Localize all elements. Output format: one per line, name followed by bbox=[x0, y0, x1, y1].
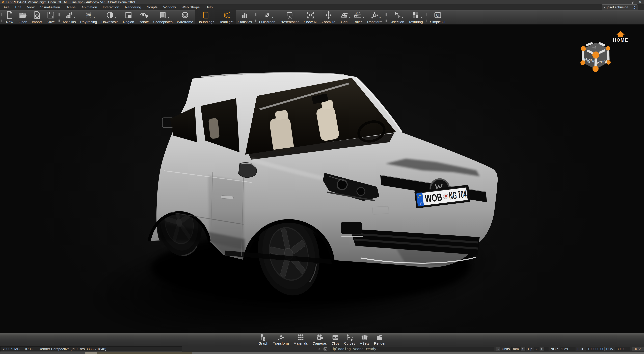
memory-usage: 7005.9 MB bbox=[2, 347, 20, 351]
toolbar-drag-handle[interactable] bbox=[1, 13, 2, 22]
toolbar-button-headlight[interactable]: Headlight bbox=[216, 10, 236, 24]
dropdown-arrow-icon[interactable]: ▾ bbox=[115, 16, 116, 19]
menu-web-shops[interactable]: Web Shops bbox=[179, 4, 202, 10]
chevron-down-icon: ▼ bbox=[604, 6, 606, 8]
selection-icon bbox=[392, 11, 401, 20]
dropdown-arrow-icon[interactable]: ▾ bbox=[272, 16, 274, 19]
dropdown-arrow-icon[interactable]: ▾ bbox=[168, 16, 169, 19]
toolbar-button-isolate[interactable]: Isolate bbox=[136, 10, 151, 24]
toolbar-button-show-all[interactable]: Show All bbox=[302, 10, 320, 24]
menu-scene[interactable]: Scene bbox=[63, 4, 79, 10]
toolbar-button-zoom-to[interactable]: Zoom To bbox=[320, 10, 338, 24]
toolbar-button-simple-ui[interactable]: UI Simple UI bbox=[428, 10, 448, 24]
module-button-curves[interactable]: Curves bbox=[342, 333, 358, 346]
menu-rendering[interactable]: Rendering bbox=[122, 4, 144, 10]
menu-file[interactable]: File bbox=[1, 4, 12, 10]
home-button[interactable]: HOME bbox=[613, 31, 628, 42]
dropdown-arrow-icon[interactable]: ▾ bbox=[402, 16, 403, 19]
close-icon[interactable]: ✕ bbox=[638, 0, 642, 4]
view-cube[interactable]: Right Front Top bbox=[580, 42, 611, 72]
toolbar-drag-handle[interactable] bbox=[58, 13, 60, 22]
menu-animation[interactable]: Animation bbox=[78, 4, 100, 10]
toolbar-button-open[interactable]: Open bbox=[16, 10, 30, 24]
toolbar-button-raytracing[interactable]: CPU▾ Raytracing bbox=[78, 10, 99, 24]
module-bar: GraphTransformMaterialsCamerasClipsCurve… bbox=[0, 333, 644, 346]
dropdown-arrow-icon[interactable]: ▾ bbox=[94, 16, 95, 19]
toolbar-button-fullscreen[interactable]: ▾ Fullscreen bbox=[257, 10, 278, 24]
module-button-clips[interactable]: Clips bbox=[329, 333, 342, 346]
up-axis-select[interactable]: Z ▼ bbox=[534, 346, 549, 351]
toolbar-button-boundings[interactable]: Boundings bbox=[196, 10, 216, 24]
menu-edit[interactable]: Edit bbox=[12, 4, 24, 10]
toolbar-drag-handle[interactable] bbox=[386, 13, 387, 22]
user-name: josef.schneide... bbox=[607, 5, 631, 9]
menu-interaction[interactable]: Interaction bbox=[100, 4, 122, 10]
dropdown-arrow-icon[interactable]: ▾ bbox=[380, 16, 381, 19]
antialias-icon bbox=[65, 11, 74, 20]
fov-field[interactable]: 30.00 bbox=[615, 346, 630, 351]
chain-link-icon[interactable] bbox=[316, 347, 321, 351]
menu-window[interactable]: Window bbox=[160, 4, 179, 10]
toolbar-button-downscale[interactable]: ▾ Downscale bbox=[99, 10, 121, 24]
module-button-materials[interactable]: Materials bbox=[291, 333, 310, 346]
isolate-eye-icon bbox=[139, 11, 148, 20]
toolbar-button-label: Ruler bbox=[353, 20, 362, 24]
scene-render: D WOB NG 704 bbox=[0, 24, 644, 333]
toolbar-button-label: Statistics bbox=[238, 20, 252, 24]
toolbar-button-sceneplates[interactable]: ▾ Sceneplates bbox=[151, 10, 175, 24]
toolbar-button-ruler[interactable]: 0 1 2▾ Ruler bbox=[351, 10, 364, 24]
menu-help[interactable]: Help bbox=[202, 4, 216, 10]
minimize-icon[interactable] bbox=[620, 0, 625, 4]
module-button-graph[interactable]: Graph bbox=[256, 333, 270, 346]
dropdown-arrow-icon[interactable]: ▾ bbox=[74, 16, 76, 19]
render-viewport[interactable]: D WOB NG 704 bbox=[0, 24, 644, 333]
toolbar-button-statistics[interactable]: Statistics bbox=[236, 10, 254, 24]
ncp-field[interactable]: 1.29 bbox=[560, 346, 576, 351]
toolbar-button-texturing[interactable]: ▾ Texturing bbox=[406, 10, 425, 24]
compress-button[interactable]: C bbox=[496, 346, 500, 351]
user-account-badge[interactable]: ▼ josef.schneide... bbox=[602, 4, 638, 10]
fcp-field[interactable]: 100000.00 bbox=[586, 346, 604, 351]
dropdown-arrow-icon[interactable]: ▾ bbox=[349, 16, 350, 19]
menu-scripts[interactable]: Scripts bbox=[144, 4, 160, 10]
toolbar-button-new[interactable]: New bbox=[3, 10, 16, 24]
toolbar-button-selection[interactable]: ▾ Selection bbox=[388, 10, 406, 24]
toolbar-drag-handle[interactable] bbox=[255, 13, 256, 22]
plate-text-right: NG 704 bbox=[448, 188, 467, 202]
menu-view[interactable]: View bbox=[24, 4, 38, 10]
desktop-segment bbox=[192, 352, 644, 354]
toolbar-button-transform[interactable]: ▾ Transform bbox=[364, 10, 385, 24]
status-message-field[interactable]: Uploading scene ready. bbox=[330, 346, 494, 351]
dropdown-arrow-icon[interactable]: ▾ bbox=[420, 16, 422, 19]
vsets-icon bbox=[361, 334, 368, 341]
import-file-icon bbox=[32, 11, 41, 20]
wireframe-globe-icon bbox=[180, 11, 189, 20]
toolbar-button-wireframe[interactable]: Wireframe bbox=[175, 10, 196, 24]
toolbar-button-region[interactable]: Region bbox=[121, 10, 136, 24]
units-select[interactable]: mm ▼ bbox=[512, 346, 526, 351]
toolbar-button-label: Save bbox=[47, 20, 55, 24]
restore-icon[interactable] bbox=[629, 0, 634, 4]
toolbar-button-import[interactable]: Import bbox=[30, 10, 44, 24]
toolbar-button-presentation[interactable]: Presentation bbox=[278, 10, 302, 24]
vred-application-window: V D:/VRED/Golf_Variant_night_Open_GL_AIF… bbox=[0, 0, 644, 354]
module-button-render[interactable]: Render bbox=[372, 333, 388, 346]
curves-icon bbox=[346, 334, 354, 341]
grid-icon bbox=[340, 11, 349, 20]
chevron-down-icon: ▼ bbox=[520, 347, 525, 351]
toolbar-button-antialias[interactable]: ▾ Antialias bbox=[60, 10, 78, 24]
module-button-cameras[interactable]: Cameras bbox=[310, 333, 329, 346]
module-button-label: Graph bbox=[258, 342, 268, 346]
toolbar-drag-handle[interactable] bbox=[426, 13, 427, 22]
module-button-vsets[interactable]: VSets bbox=[358, 333, 372, 346]
view-info: Render Perspective (Id 0 Res 3836 x 1848… bbox=[38, 347, 106, 351]
menu-visualization[interactable]: Visualization bbox=[38, 4, 63, 10]
dropdown-arrow-icon[interactable]: ▾ bbox=[362, 16, 364, 19]
terminal-icon[interactable] bbox=[323, 347, 328, 351]
module-button-label: Render bbox=[374, 342, 386, 346]
toolbar-button-grid[interactable]: ▾ Grid bbox=[338, 10, 351, 24]
module-button-transform[interactable]: Transform bbox=[270, 333, 291, 346]
boundings-icon bbox=[202, 11, 210, 20]
toolbar-button-save[interactable]: Save bbox=[44, 10, 58, 24]
icv-button[interactable]: ICV bbox=[632, 346, 644, 351]
